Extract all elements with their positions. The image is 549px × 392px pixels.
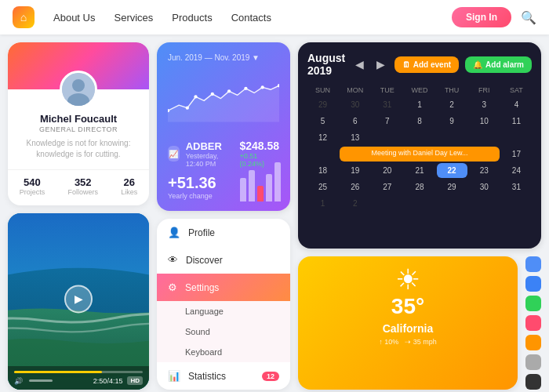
add-event-icon: 🗓 (402, 60, 410, 69)
svg-point-8 (211, 93, 214, 96)
svg-point-9 (227, 89, 231, 93)
cal-day-today[interactable]: 22 (437, 163, 467, 178)
menu-label-discover: Discover (186, 255, 223, 266)
video-time: 2:50/4:15 (93, 377, 123, 385)
cal-day[interactable]: 31 (372, 97, 402, 112)
menu-item-profile[interactable]: 👤 Profile (157, 219, 290, 246)
main-content: Michel Foucault General Director Knowled… (0, 34, 549, 392)
cal-day[interactable]: 27 (372, 180, 402, 194)
cal-day[interactable]: 6 (340, 114, 370, 129)
svg-point-1 (72, 79, 85, 92)
menu-item-sound[interactable]: Sound (157, 321, 290, 342)
cal-day[interactable]: 18 (307, 163, 338, 178)
day-header-wed: WED (404, 85, 434, 96)
cal-day[interactable]: 13 (340, 130, 370, 145)
calendar-event[interactable]: Meeting with Daniel Day Lew... (340, 147, 500, 162)
cal-day[interactable]: 29 (437, 180, 467, 194)
svg-point-6 (186, 107, 189, 110)
cal-day[interactable]: 3 (469, 97, 500, 112)
swatch-red[interactable] (525, 315, 541, 331)
menu-item-language[interactable]: Language (157, 301, 290, 321)
calendar-next[interactable]: ▶ (373, 58, 388, 71)
calendar-prev[interactable]: ◀ (352, 58, 367, 71)
swatch-blue2[interactable] (525, 276, 541, 292)
cal-day[interactable]: 17 (501, 147, 532, 162)
swatch-gray[interactable] (525, 354, 541, 370)
ticker-price-main: $248.58 (239, 140, 279, 152)
volume-icon[interactable]: 🔊 (14, 377, 23, 385)
cal-day[interactable]: 31 (501, 180, 532, 194)
svg-point-7 (194, 95, 197, 98)
weather-sun-icon: ☀ (307, 266, 508, 294)
swatch-green[interactable] (525, 296, 541, 311)
day-header-tue: TUE (372, 85, 402, 96)
add-alarm-button[interactable]: 🔔 Add alarm (465, 56, 532, 73)
color-swatches (525, 256, 541, 390)
profile-card: Michel Foucault General Director Knowled… (8, 42, 149, 205)
cal-day[interactable]: 2 (340, 196, 370, 211)
cal-day[interactable]: 24 (501, 163, 532, 178)
video-progress-bar[interactable] (14, 371, 143, 373)
weather-city: California (307, 322, 508, 335)
weather-humidity: ↑ 10% (379, 338, 398, 346)
cal-day[interactable]: 25 (307, 180, 338, 194)
menu-item-keyboard[interactable]: Keyboard (157, 342, 290, 362)
day-header-sun: SUN (307, 85, 338, 96)
cal-day[interactable]: 10 (469, 114, 500, 129)
cal-day[interactable]: 30 (340, 97, 370, 112)
cal-day[interactable]: 11 (501, 114, 532, 129)
cal-day[interactable]: 29 (307, 97, 338, 112)
nav-services[interactable]: Services (114, 12, 153, 24)
menu-item-settings[interactable]: ⚙ Settings (157, 274, 290, 301)
cal-day[interactable]: 23 (469, 163, 500, 178)
hd-badge: HD (127, 376, 143, 385)
nav-right: Sign In 🔍 (452, 7, 536, 27)
menu-item-discover[interactable]: 👁 Discover (157, 246, 290, 274)
cal-day[interactable]: 21 (404, 163, 434, 178)
cal-day[interactable]: 7 (372, 114, 402, 129)
discover-menu-icon: 👁 (168, 254, 178, 266)
navbar: ⌂ About Us Services Products Contacts Si… (0, 0, 549, 34)
cal-day[interactable]: 5 (307, 114, 338, 129)
swatch-blue[interactable] (525, 256, 541, 272)
cal-day[interactable]: 12 (307, 130, 338, 145)
cal-day[interactable]: 1 (404, 97, 434, 112)
settings-submenu: Language Sound Keyboard (157, 301, 290, 362)
cal-day[interactable]: 2 (437, 97, 467, 112)
chart-date-range[interactable]: Jun. 2019 — Nov. 2019 ▼ (168, 53, 279, 62)
swatch-orange[interactable] (525, 335, 541, 350)
cal-day[interactable]: 20 (372, 163, 402, 178)
nav-about[interactable]: About Us (53, 12, 95, 24)
calendar-header: August 2019 ◀ ▶ 🗓 Add event 🔔 Add alarm (307, 52, 532, 77)
cal-day[interactable]: 8 (404, 114, 434, 129)
search-icon[interactable]: 🔍 (521, 10, 536, 25)
stat-projects: 540 Projects (20, 176, 45, 196)
nav-contacts[interactable]: Contacts (231, 12, 271, 24)
cal-day[interactable]: 1 (307, 196, 338, 211)
day-header-thu: THU (437, 85, 467, 96)
signin-button[interactable]: Sign In (452, 7, 511, 27)
swatch-dark[interactable] (525, 374, 541, 390)
cal-day[interactable]: 9 (437, 114, 467, 129)
chart-svg (168, 68, 279, 131)
nav-products[interactable]: Products (172, 12, 212, 24)
cal-day[interactable]: 19 (340, 163, 370, 178)
bar-chart (240, 162, 281, 201)
cal-day[interactable]: 4 (501, 97, 532, 112)
play-button[interactable]: ▶ (64, 285, 93, 313)
cal-day[interactable]: 30 (469, 180, 500, 194)
sidebar-menu: 👤 Profile 👁 Discover ⚙ Settings Language… (157, 219, 290, 390)
weather-card: ☀ 35° California ↑ 10% ⇢ 35 mph (298, 256, 518, 390)
menu-item-statistics[interactable]: 📊 Statistics 12 (157, 362, 290, 390)
cal-day[interactable]: 26 (340, 180, 370, 194)
add-event-button[interactable]: 🗓 Add event (394, 56, 459, 73)
profile-name: Michel Foucault (8, 113, 149, 125)
volume-slider[interactable] (29, 379, 53, 382)
profile-menu-icon: 👤 (168, 227, 180, 238)
cal-day[interactable]: 28 (404, 180, 434, 194)
right-column: August 2019 ◀ ▶ 🗓 Add event 🔔 Add alarm … (298, 42, 541, 390)
logo[interactable]: ⌂ (13, 6, 35, 28)
day-header-fri: FRI (469, 85, 500, 96)
menu-label-sound: Sound (185, 327, 210, 336)
menu-label-keyboard: Keyboard (185, 347, 222, 357)
